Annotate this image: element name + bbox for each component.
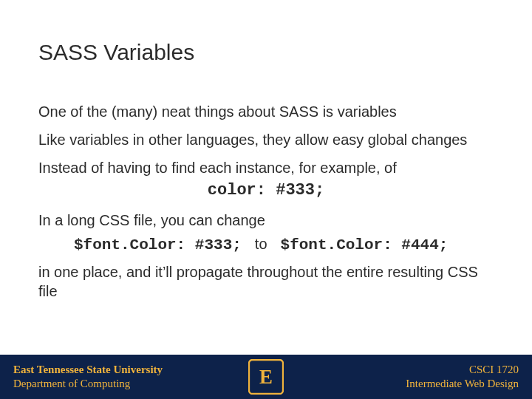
footer-bar: East Tennessee State University Departme… <box>0 355 532 399</box>
paragraph: One of the (many) neat things about SASS… <box>38 102 494 121</box>
code-to: $font.Color: #444; <box>281 235 449 255</box>
footer-right: CSCI 1720 Intermediate Web Design <box>406 363 519 392</box>
slide-title: SASS Variables <box>38 40 194 65</box>
paragraph: In a long CSS file, you can change <box>38 211 494 230</box>
course-code: CSCI 1720 <box>406 363 519 378</box>
logo-letter-icon: E <box>259 366 273 388</box>
code-snippet: color: #333; <box>38 180 494 202</box>
slide-body: One of the (many) neat things about SASS… <box>38 102 494 310</box>
department-name: Department of Computing <box>13 377 163 392</box>
etsu-logo: E <box>248 359 284 395</box>
to-word: to <box>255 234 267 253</box>
code-change-line: $font.Color: #333; to $font.Color: #444; <box>38 234 494 255</box>
footer-left: East Tennessee State University Departme… <box>13 363 163 392</box>
slide: SASS Variables One of the (many) neat th… <box>0 0 532 399</box>
paragraph: Instead of having to find each instance,… <box>38 158 494 177</box>
paragraph: Like variables in other languages, they … <box>38 130 494 149</box>
course-name: Intermediate Web Design <box>406 377 519 392</box>
code-from: $font.Color: #333; <box>74 235 242 255</box>
university-name: East Tennessee State University <box>13 363 163 378</box>
paragraph: in one place, and it’ll propagate throug… <box>38 262 494 301</box>
